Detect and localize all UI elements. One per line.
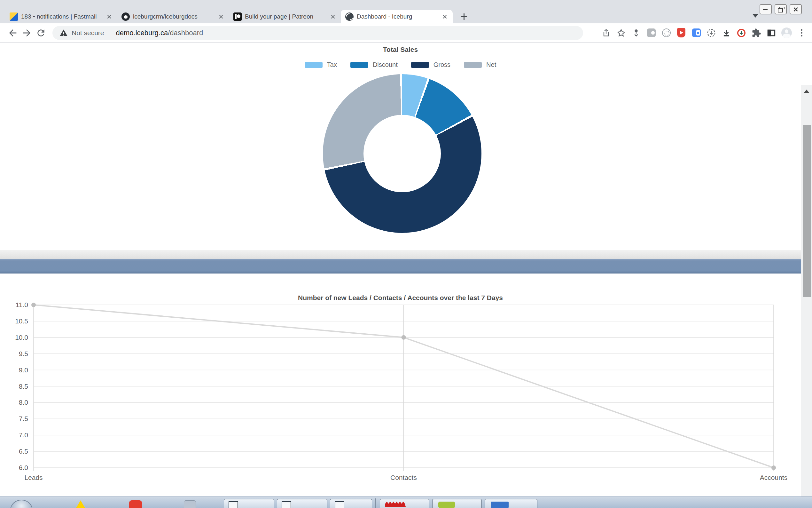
profile-avatar[interactable] [781,28,792,38]
close-icon[interactable] [790,4,802,14]
url-text: demo.iceburg.ca/dashboard [116,29,203,37]
side-panel-icon[interactable] [766,28,777,38]
url-domain: demo.iceburg.ca [116,29,168,37]
donut-hole [364,115,441,192]
tab-dashboard-active[interactable]: Dashboard - Iceburg [341,10,453,24]
restore-icon[interactable] [775,4,787,14]
url-path: /dashboard [168,29,203,37]
scroll-up-icon[interactable] [804,90,809,93]
new-tab-button[interactable] [459,11,469,22]
svg-text:11.0: 11.0 [16,301,28,308]
donut-chart-title: Total Sales [0,46,801,53]
security-label: Not secure [71,29,104,37]
pin-chevron-icon[interactable] [631,28,641,38]
svg-text:10.0: 10.0 [15,334,28,341]
svg-text:10.5: 10.5 [15,318,28,325]
svg-text:7.0: 7.0 [19,431,28,438]
github-icon [122,12,130,21]
page-content: Total Sales TaxDiscountGrossNet 11.010.5… [0,43,812,497]
svg-text:Leads: Leads [24,474,43,481]
svg-text:Accounts: Accounts [760,474,787,481]
legend-item: Net [464,61,496,69]
donut-chart [323,74,481,233]
legend-item: Tax [305,61,337,69]
address-bar[interactable]: Not secure demo.iceburg.ca/dashboard [52,26,583,40]
red-app-icon[interactable] [129,500,142,508]
legend-swatch [350,62,368,68]
close-icon[interactable] [330,13,336,20]
svg-text:9.5: 9.5 [19,350,28,357]
line-chart-title: Number of new Leads / Contacts / Account… [0,294,801,302]
titlebar: 183 • notifications | Fastmail iceburgcr… [0,0,812,24]
back-icon[interactable] [6,26,20,40]
blue-doc-extension-icon[interactable] [691,28,702,38]
svg-text:7.5: 7.5 [19,415,28,422]
legend-swatch [464,62,482,68]
yellow-warning-app-icon[interactable] [76,500,85,508]
os-taskbar[interactable] [0,497,812,508]
legend-swatch [305,62,323,68]
start-button[interactable] [10,500,33,508]
download-icon[interactable] [721,28,732,38]
tab-title: iceburgcrm/iceburgdocs [133,13,215,20]
legend-label: Tax [327,61,337,69]
toolbar: Not secure demo.iceburg.ca/dashboard [0,24,812,43]
window-button-3[interactable] [330,499,372,508]
share-icon[interactable] [601,28,612,38]
legend-item: Discount [350,61,398,69]
tab-title: Dashboard - Iceburg [357,13,439,20]
minimize-icon[interactable] [760,4,772,14]
flower-extension-icon[interactable] [661,28,672,38]
close-icon[interactable] [218,13,225,20]
chevron-down-icon[interactable] [753,14,758,17]
legend-label: Gross [433,61,450,69]
window-controls [760,4,802,14]
donut-legend: TaxDiscountGrossNet [0,61,801,69]
tab-fastmail[interactable]: 183 • notifications | Fastmail [5,10,117,24]
svg-text:6.5: 6.5 [19,448,28,455]
blue-divider-bar [0,259,812,273]
tab-github[interactable]: iceburgcrm/iceburgdocs [117,10,229,24]
vertical-scrollbar[interactable] [801,85,812,508]
svg-text:9.0: 9.0 [19,366,28,374]
dashed-circle-download-icon[interactable] [706,28,717,38]
line-chart: 11.010.510.09.59.08.58.07.57.06.56.0Lead… [0,273,801,497]
tab-patreon[interactable]: Build your page | Patreon [229,10,341,24]
iceburg-globe-icon [345,12,353,21]
taskbar-separator [375,498,376,508]
red-ring-download-icon[interactable] [736,28,747,38]
close-icon[interactable] [106,13,112,20]
legend-label: Net [486,61,496,69]
green-app-button[interactable] [432,499,482,508]
red-zigzag-app-button[interactable] [380,499,429,508]
svg-text:6.0: 6.0 [19,464,28,471]
tab-title: 183 • notifications | Fastmail [21,13,103,20]
svg-text:8.5: 8.5 [19,383,28,390]
scrollbar-thumb[interactable] [803,125,811,297]
divider [110,29,110,37]
gray-doc-extension-icon[interactable] [646,28,657,38]
bookmark-star-icon[interactable] [616,28,627,38]
close-icon[interactable] [442,13,448,20]
browser-window: 183 • notifications | Fastmail iceburgcr… [0,0,812,508]
reload-icon[interactable] [34,26,48,40]
blue-app-button[interactable] [485,499,537,508]
svg-text:Contacts: Contacts [390,474,417,481]
forward-icon[interactable] [20,26,34,40]
legend-label: Discount [373,61,398,69]
extensions-puzzle-icon[interactable] [751,28,762,38]
fastmail-icon [10,12,18,21]
section-divider-strip [0,250,812,259]
not-secure-triangle-icon [59,29,68,37]
toolbar-icon-cluster [601,28,812,38]
legend-item: Gross [411,61,450,69]
svg-text:8.0: 8.0 [19,398,28,406]
menu-kebab-icon[interactable] [796,28,807,38]
window-button-1[interactable] [224,499,274,508]
gray-app-icon[interactable] [184,500,196,508]
red-shield-extension-icon[interactable] [676,28,687,38]
line-chart-section: 11.010.510.09.59.08.58.07.57.06.56.0Lead… [0,273,801,497]
window-button-2[interactable] [277,499,327,508]
tab-strip: 183 • notifications | Fastmail iceburgcr… [5,10,469,24]
patreon-icon [233,12,242,21]
